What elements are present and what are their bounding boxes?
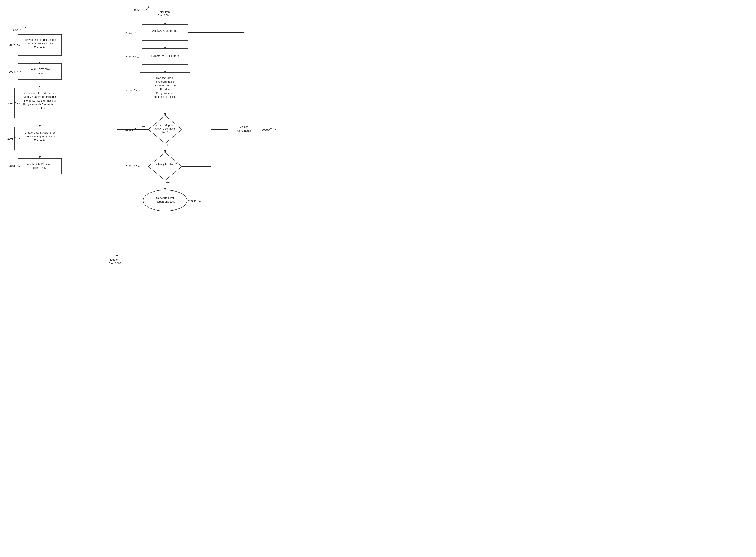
- box-2008-line3: Elements: [34, 139, 46, 142]
- label-2006G: 2006G: [262, 128, 270, 131]
- yes-label-2006E: Yes: [166, 181, 170, 184]
- enter-text-line2: Step 2004: [158, 14, 170, 17]
- enter-text-line1: Enter from: [158, 10, 171, 13]
- exit-text-line1: Exit to: [110, 258, 118, 261]
- oval-2006F-line1: Generate Error: [156, 196, 174, 200]
- label-2000: 2000: [11, 28, 17, 32]
- no-label-2006D: No: [166, 144, 169, 147]
- box-2008-line2: Programming the Control: [24, 135, 55, 138]
- diamond-2006D-line2: Are All Constraints: [155, 127, 175, 130]
- box-2004-line1: Identify SET Filter: [29, 68, 51, 71]
- oval-2006F-line2: Report and Exit: [156, 200, 174, 203]
- svg-marker-22: [164, 70, 166, 73]
- label-2006B: 2006B: [125, 56, 133, 59]
- svg-marker-3: [39, 62, 41, 64]
- box-2008-line1: Create Data Structure for: [24, 131, 55, 134]
- no-label-2006E: No: [183, 163, 186, 166]
- yes-label-2006D: Yes: [142, 125, 146, 128]
- box-2006C-line4: Physical: [160, 88, 170, 91]
- diamond-2006E-line1: Too Many Iterations?: [153, 163, 177, 166]
- svg-rect-17: [142, 25, 188, 40]
- diamond-2006D-line3: Met?: [162, 131, 168, 134]
- label-2006-main: 2006: [133, 8, 139, 11]
- box-2006-line3: Elements into the Physical: [24, 99, 56, 102]
- svg-marker-25: [164, 113, 166, 116]
- svg-marker-38: [164, 188, 166, 190]
- box-2006C-line6: Elements of the PLD: [152, 95, 177, 98]
- box-2002-line3: Elements: [34, 46, 46, 49]
- diagram-container: 2000 Convert User Logic Design to Virtua…: [0, 0, 378, 278]
- label-2002: 2002: [9, 43, 15, 47]
- box-2006C-line1: Map the Virtual: [156, 77, 174, 80]
- box-2006B: Construct SET Filters: [151, 54, 179, 58]
- box-2004-line2: Locations: [34, 71, 46, 75]
- box-2010-line1: Apply Data Structure: [27, 163, 52, 166]
- exit-text-line2: Step 2008: [109, 262, 121, 265]
- svg-marker-32: [148, 152, 182, 180]
- svg-rect-10: [15, 127, 65, 150]
- box-2002-line1: Convert User Logic Design: [23, 38, 56, 41]
- svg-marker-16: [164, 23, 166, 25]
- label-2010: 2010: [9, 165, 15, 168]
- box-2010-line2: to the PLD: [33, 166, 46, 169]
- box-2006-line4: Programmable Elements of: [23, 103, 56, 106]
- svg-marker-9: [39, 125, 41, 127]
- diamond-2006D-line1: Analyze Mapping:: [155, 124, 175, 127]
- svg-marker-31: [164, 150, 166, 152]
- box-2006C-line2: Programmable: [156, 80, 174, 83]
- box-2006G-line1: Adjust: [240, 125, 248, 128]
- box-2006C-line3: Elements into the: [155, 84, 175, 87]
- box-2006C-line5: Programmable: [156, 91, 174, 95]
- box-2006-line5: the PLD: [35, 107, 45, 110]
- svg-marker-12: [39, 156, 41, 158]
- label-2008: 2008: [7, 137, 13, 140]
- label-2006F: 2006F: [188, 200, 196, 203]
- label-2006E: 2006E: [125, 165, 133, 168]
- box-2006A: Analyze Constraints: [152, 29, 178, 32]
- svg-marker-29: [116, 255, 118, 257]
- label-2006A: 2006A: [125, 31, 133, 34]
- box-2006-line1: Generate SET Filters and: [24, 91, 55, 95]
- svg-marker-19: [164, 47, 166, 49]
- svg-marker-43: [188, 31, 190, 33]
- svg-marker-6: [39, 86, 41, 88]
- label-2006-left: 2006: [7, 102, 13, 105]
- label-2004: 2004: [9, 70, 15, 73]
- svg-marker-36: [226, 128, 228, 130]
- box-2002-line2: to Virtual Programmable: [25, 42, 54, 45]
- label-2006C: 2006C: [125, 89, 133, 92]
- box-2006-line2: Map Virtual Programmable: [24, 95, 56, 98]
- box-2006G-line2: Constraints: [237, 129, 251, 132]
